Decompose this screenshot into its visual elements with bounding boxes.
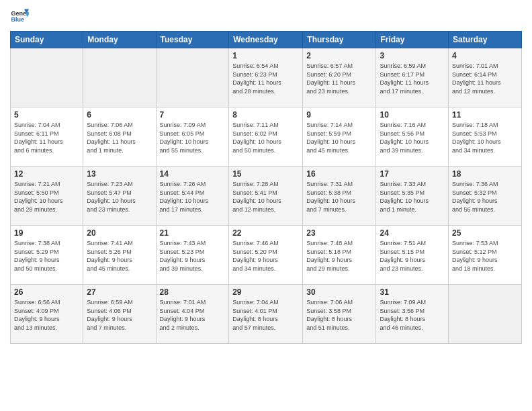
- day-info: Sunrise: 7:31 AM Sunset: 5:38 PM Dayligh…: [306, 180, 372, 214]
- day-number: 18: [452, 169, 518, 179]
- day-info: Sunrise: 7:06 AM Sunset: 6:08 PM Dayligh…: [87, 121, 152, 154]
- day-info: Sunrise: 6:59 AM Sunset: 4:06 PM Dayligh…: [87, 298, 152, 332]
- day-info: Sunrise: 7:01 AM Sunset: 6:14 PM Dayligh…: [452, 62, 518, 95]
- weekday-header-tuesday: Tuesday: [156, 32, 229, 48]
- week-row-5: 26Sunrise: 6:56 AM Sunset: 4:09 PM Dayli…: [11, 285, 522, 344]
- week-row-4: 19Sunrise: 7:38 AM Sunset: 5:29 PM Dayli…: [11, 226, 522, 285]
- day-cell: 31Sunrise: 7:09 AM Sunset: 3:56 PM Dayli…: [376, 285, 449, 344]
- weekday-header-thursday: Thursday: [303, 32, 376, 48]
- day-cell: 27Sunrise: 6:59 AM Sunset: 4:06 PM Dayli…: [83, 285, 156, 344]
- day-info: Sunrise: 7:11 AM Sunset: 6:02 PM Dayligh…: [232, 121, 299, 154]
- day-number: 11: [452, 110, 518, 120]
- weekday-header-row: SundayMondayTuesdayWednesdayThursdayFrid…: [11, 32, 522, 48]
- day-number: 23: [306, 228, 372, 238]
- day-info: Sunrise: 7:43 AM Sunset: 5:23 PM Dayligh…: [160, 239, 226, 273]
- day-number: 27: [87, 287, 152, 297]
- day-cell: [83, 48, 156, 107]
- day-number: 5: [14, 110, 79, 120]
- day-number: 4: [452, 51, 518, 60]
- day-info: Sunrise: 7:38 AM Sunset: 5:29 PM Dayligh…: [14, 239, 79, 273]
- day-number: 28: [160, 287, 226, 297]
- day-number: 26: [14, 287, 79, 297]
- day-number: 22: [232, 228, 299, 238]
- day-info: Sunrise: 6:57 AM Sunset: 6:20 PM Dayligh…: [306, 62, 372, 95]
- day-cell: 25Sunrise: 7:53 AM Sunset: 5:12 PM Dayli…: [449, 226, 522, 285]
- day-info: Sunrise: 7:18 AM Sunset: 5:53 PM Dayligh…: [452, 121, 518, 154]
- day-cell: 28Sunrise: 7:01 AM Sunset: 4:04 PM Dayli…: [156, 285, 229, 344]
- day-cell: 5Sunrise: 7:04 AM Sunset: 6:11 PM Daylig…: [11, 107, 83, 167]
- day-cell: 20Sunrise: 7:41 AM Sunset: 5:26 PM Dayli…: [83, 226, 156, 285]
- day-info: Sunrise: 7:23 AM Sunset: 5:47 PM Dayligh…: [87, 180, 152, 214]
- day-info: Sunrise: 7:33 AM Sunset: 5:35 PM Dayligh…: [380, 180, 445, 214]
- day-number: 2: [306, 51, 372, 60]
- day-cell: [449, 285, 522, 344]
- day-info: Sunrise: 6:54 AM Sunset: 6:23 PM Dayligh…: [232, 62, 299, 95]
- day-cell: [11, 48, 83, 107]
- day-number: 13: [87, 169, 152, 179]
- calendar-body: 1Sunrise: 6:54 AM Sunset: 6:23 PM Daylig…: [11, 48, 522, 344]
- day-cell: 22Sunrise: 7:46 AM Sunset: 5:20 PM Dayli…: [229, 226, 303, 285]
- day-cell: 4Sunrise: 7:01 AM Sunset: 6:14 PM Daylig…: [449, 48, 522, 107]
- day-info: Sunrise: 7:48 AM Sunset: 5:18 PM Dayligh…: [306, 239, 372, 273]
- day-info: Sunrise: 7:09 AM Sunset: 6:05 PM Dayligh…: [160, 121, 226, 154]
- weekday-header-saturday: Saturday: [449, 32, 522, 48]
- day-info: Sunrise: 7:28 AM Sunset: 5:41 PM Dayligh…: [232, 180, 299, 214]
- day-cell: 26Sunrise: 6:56 AM Sunset: 4:09 PM Dayli…: [11, 285, 83, 344]
- day-number: 25: [452, 228, 518, 238]
- day-info: Sunrise: 7:09 AM Sunset: 3:56 PM Dayligh…: [380, 298, 445, 332]
- day-cell: 3Sunrise: 6:59 AM Sunset: 6:17 PM Daylig…: [376, 48, 449, 107]
- day-info: Sunrise: 7:36 AM Sunset: 5:32 PM Dayligh…: [452, 180, 518, 214]
- day-number: 17: [380, 169, 445, 179]
- day-cell: 6Sunrise: 7:06 AM Sunset: 6:08 PM Daylig…: [83, 107, 156, 167]
- day-number: 30: [306, 287, 372, 297]
- day-cell: 9Sunrise: 7:14 AM Sunset: 5:59 PM Daylig…: [303, 107, 376, 167]
- day-info: Sunrise: 7:04 AM Sunset: 6:11 PM Dayligh…: [14, 121, 79, 154]
- day-number: 16: [306, 169, 372, 179]
- day-number: 29: [232, 287, 299, 297]
- day-cell: 12Sunrise: 7:21 AM Sunset: 5:50 PM Dayli…: [11, 167, 83, 226]
- day-info: Sunrise: 6:59 AM Sunset: 6:17 PM Dayligh…: [380, 62, 445, 95]
- calendar-container: General Blue SundayMondayTuesdayWednesda…: [0, 0, 532, 411]
- calendar-table: SundayMondayTuesdayWednesdayThursdayFrid…: [10, 31, 522, 344]
- day-info: Sunrise: 7:06 AM Sunset: 3:58 PM Dayligh…: [306, 298, 372, 332]
- day-cell: 21Sunrise: 7:43 AM Sunset: 5:23 PM Dayli…: [156, 226, 229, 285]
- day-cell: 16Sunrise: 7:31 AM Sunset: 5:38 PM Dayli…: [303, 167, 376, 226]
- day-number: 21: [160, 228, 226, 238]
- weekday-header-monday: Monday: [83, 32, 156, 48]
- day-number: 24: [380, 228, 445, 238]
- day-number: 19: [14, 228, 79, 238]
- day-number: 10: [380, 110, 445, 120]
- day-info: Sunrise: 7:41 AM Sunset: 5:26 PM Dayligh…: [87, 239, 152, 273]
- day-cell: 24Sunrise: 7:51 AM Sunset: 5:15 PM Dayli…: [376, 226, 449, 285]
- day-cell: 2Sunrise: 6:57 AM Sunset: 6:20 PM Daylig…: [303, 48, 376, 107]
- day-info: Sunrise: 7:16 AM Sunset: 5:56 PM Dayligh…: [380, 121, 445, 154]
- weekday-header-friday: Friday: [376, 32, 449, 48]
- day-number: 6: [87, 110, 152, 120]
- week-row-1: 1Sunrise: 6:54 AM Sunset: 6:23 PM Daylig…: [11, 48, 522, 107]
- day-cell: 10Sunrise: 7:16 AM Sunset: 5:56 PM Dayli…: [376, 107, 449, 167]
- day-number: 1: [232, 51, 299, 60]
- day-info: Sunrise: 7:21 AM Sunset: 5:50 PM Dayligh…: [14, 180, 79, 214]
- day-number: 20: [87, 228, 152, 238]
- day-info: Sunrise: 7:14 AM Sunset: 5:59 PM Dayligh…: [306, 121, 372, 154]
- day-number: 14: [160, 169, 226, 179]
- day-info: Sunrise: 7:01 AM Sunset: 4:04 PM Dayligh…: [160, 298, 226, 332]
- day-cell: 13Sunrise: 7:23 AM Sunset: 5:47 PM Dayli…: [83, 167, 156, 226]
- day-info: Sunrise: 7:46 AM Sunset: 5:20 PM Dayligh…: [232, 239, 299, 273]
- day-info: Sunrise: 7:53 AM Sunset: 5:12 PM Dayligh…: [452, 239, 518, 273]
- day-number: 9: [306, 110, 372, 120]
- weekday-header-wednesday: Wednesday: [229, 32, 303, 48]
- day-number: 15: [232, 169, 299, 179]
- logo: General Blue: [10, 7, 29, 26]
- svg-text:Blue: Blue: [11, 16, 24, 23]
- day-number: 3: [380, 51, 445, 60]
- day-info: Sunrise: 6:56 AM Sunset: 4:09 PM Dayligh…: [14, 298, 79, 332]
- day-cell: [156, 48, 229, 107]
- day-info: Sunrise: 7:51 AM Sunset: 5:15 PM Dayligh…: [380, 239, 445, 273]
- header: General Blue: [10, 7, 522, 26]
- day-cell: 8Sunrise: 7:11 AM Sunset: 6:02 PM Daylig…: [229, 107, 303, 167]
- day-cell: 7Sunrise: 7:09 AM Sunset: 6:05 PM Daylig…: [156, 107, 229, 167]
- day-cell: 14Sunrise: 7:26 AM Sunset: 5:44 PM Dayli…: [156, 167, 229, 226]
- day-cell: 11Sunrise: 7:18 AM Sunset: 5:53 PM Dayli…: [449, 107, 522, 167]
- day-cell: 19Sunrise: 7:38 AM Sunset: 5:29 PM Dayli…: [11, 226, 83, 285]
